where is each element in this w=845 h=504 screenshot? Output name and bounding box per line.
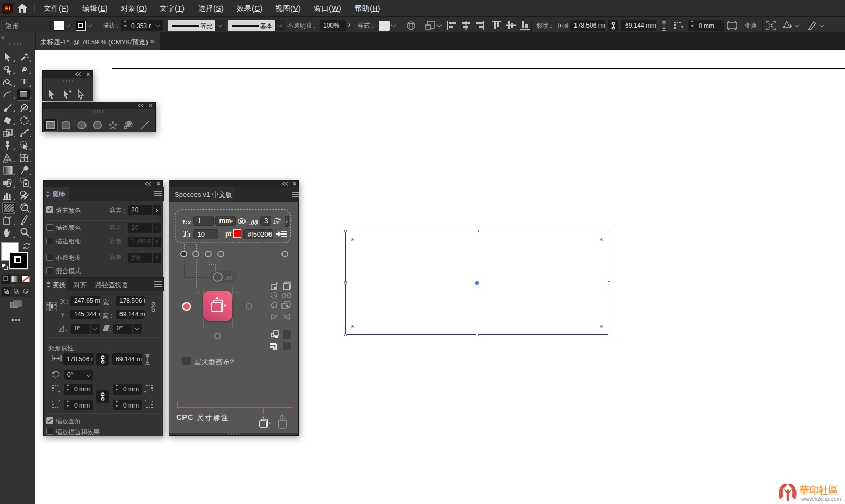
svg-text:華印社區: 華印社區 [799, 485, 838, 496]
svg-text:1/n: 1/n [273, 219, 280, 225]
svg-text:www.52cnp.com: www.52cnp.com [801, 496, 841, 502]
